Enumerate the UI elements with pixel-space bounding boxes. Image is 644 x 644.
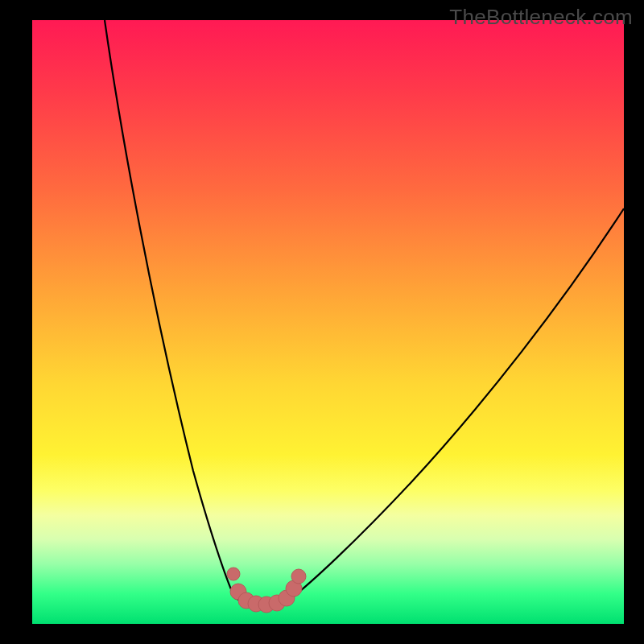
marker-dot — [291, 569, 306, 584]
valley-marker-group — [227, 568, 306, 613]
marker-dot — [227, 568, 240, 580]
curve-right-branch — [291, 208, 624, 598]
chart-svg — [32, 20, 624, 624]
curve-left-branch — [105, 20, 235, 598]
chart-plot-area — [32, 20, 624, 624]
chart-frame: TheBottleneck.com — [0, 0, 644, 644]
watermark-text: TheBottleneck.com — [449, 5, 633, 30]
